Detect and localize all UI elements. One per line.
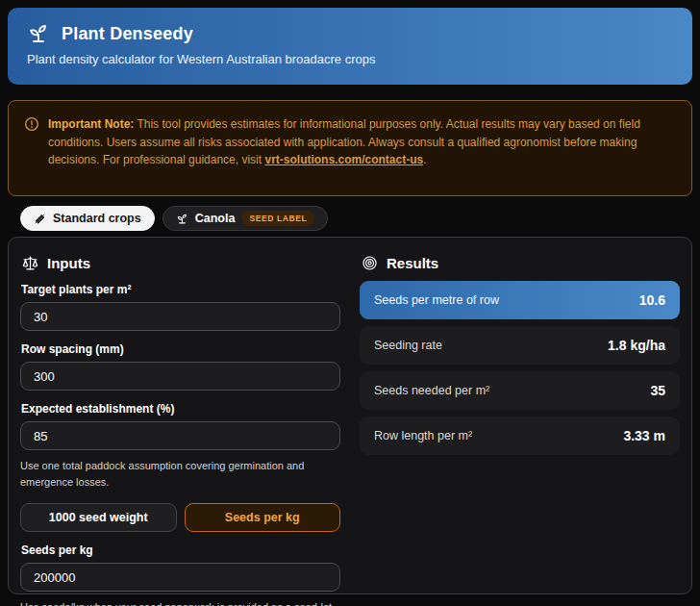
- tab-standard-crops-label: Standard crops: [53, 212, 141, 225]
- results-list: Seeds per metre of row 10.6 Seeding rate…: [360, 281, 680, 455]
- contact-us-link[interactable]: vrt-solutions.com/contact-us: [264, 153, 423, 166]
- target-plants-label: Target plants per m²: [21, 283, 340, 296]
- app-title: Plant Denseedy: [62, 24, 193, 44]
- result-label: Seeds per metre of row: [374, 293, 499, 307]
- important-note-banner: Important Note: This tool provides estim…: [8, 100, 692, 196]
- seed-mode-toggle: 1000 seed weight Seeds per kg: [20, 503, 340, 532]
- tab-standard-crops[interactable]: Standard crops: [20, 206, 155, 231]
- calculator-card: Inputs Target plants per m² Row spacing …: [8, 237, 692, 594]
- app-header: Plant Denseedy Plant density calculator …: [8, 8, 692, 85]
- seeds-per-kg-input[interactable]: [20, 563, 340, 592]
- important-note-text: Important Note: This tool provides estim…: [48, 115, 674, 180]
- establishment-help: Use one total paddock assumption coverin…: [20, 458, 340, 490]
- important-note-suffix: .: [423, 153, 426, 166]
- crop-tabs: Standard crops Canola SEED LABEL: [8, 206, 692, 231]
- results-heading-label: Results: [387, 255, 438, 271]
- sprout-icon: [176, 213, 188, 225]
- row-spacing-label: Row spacing (mm): [21, 342, 340, 356]
- plant-density-calculator-app: Plant Denseedy Plant density calculator …: [0, 0, 700, 606]
- sprout-icon: [27, 22, 50, 45]
- inputs-heading-label: Inputs: [47, 255, 90, 271]
- result-row-seeds-needed: Seeds needed per m² 35: [360, 371, 680, 410]
- establishment-label: Expected establishment (%): [21, 402, 340, 416]
- inputs-panel: Inputs Target plants per m² Row spacing …: [20, 253, 340, 606]
- result-label: Seeding rate: [374, 339, 442, 352]
- alert-circle-icon: [24, 116, 39, 180]
- seeds-per-kg-label: Seeds per kg: [21, 543, 340, 557]
- seeds-per-kg-help: Use seeds/kg when your seed paperwork is…: [20, 599, 340, 606]
- result-value: 35: [650, 383, 665, 398]
- target-icon: [362, 255, 378, 271]
- result-row-seeds-per-metre: Seeds per metre of row 10.6: [360, 281, 680, 319]
- seed-label-badge: SEED LABEL: [241, 211, 314, 226]
- tab-canola-label: Canola: [195, 212, 236, 225]
- result-value: 1.8 kg/ha: [608, 338, 665, 353]
- result-row-seeding-rate: Seeding rate 1.8 kg/ha: [360, 326, 680, 365]
- result-label: Seeds needed per m²: [374, 384, 489, 397]
- row-spacing-input[interactable]: [20, 362, 340, 391]
- target-plants-input[interactable]: [20, 302, 340, 331]
- results-panel: Results Seeds per metre of row 10.6 Seed…: [360, 253, 680, 606]
- mode-1000-seed-weight-button[interactable]: 1000 seed weight: [20, 503, 177, 532]
- result-value: 10.6: [639, 292, 665, 308]
- result-value: 3.33 m: [623, 428, 665, 443]
- result-label: Row length per m²: [374, 429, 472, 442]
- app-subtitle: Plant density calculator for Western Aus…: [27, 52, 673, 66]
- mode-seeds-per-kg-button[interactable]: Seeds per kg: [185, 503, 341, 532]
- important-note-label: Important Note:: [48, 117, 134, 131]
- scales-icon: [22, 255, 38, 271]
- results-heading: Results: [362, 255, 680, 271]
- wheat-icon: [34, 213, 46, 225]
- establishment-input[interactable]: [20, 421, 340, 450]
- result-row-row-length: Row length per m² 3.33 m: [360, 417, 680, 455]
- inputs-heading: Inputs: [22, 255, 340, 271]
- tab-canola[interactable]: Canola SEED LABEL: [162, 206, 329, 231]
